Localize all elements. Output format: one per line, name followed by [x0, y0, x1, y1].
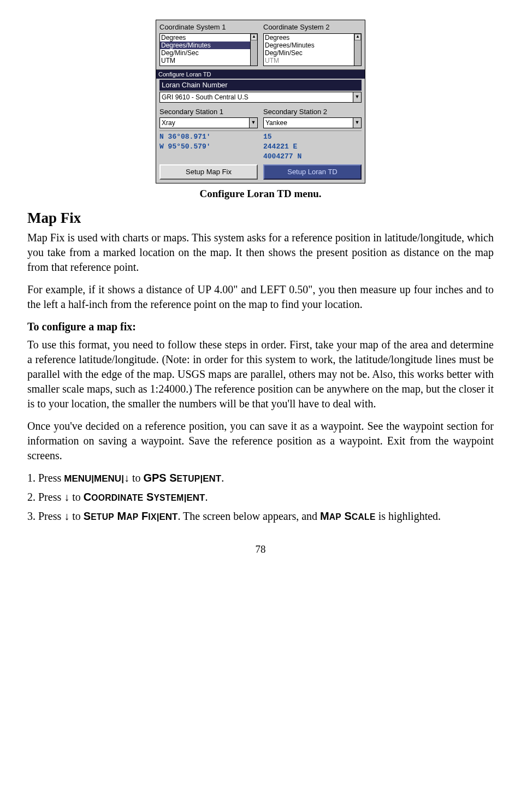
coord1-listbox[interactable]: Degrees Degrees/Minutes Deg/Min/Sec UTM …: [159, 33, 258, 66]
page-number: 78: [27, 542, 494, 556]
key-ent: ENT: [203, 473, 221, 484]
loran-panel: Configure Loran TD Loran Chain Number GR…: [156, 69, 365, 183]
step-text: 1. Press: [27, 472, 64, 484]
chevron-down-icon[interactable]: ▼: [353, 92, 361, 102]
loran-chain-label: Loran Chain Number: [159, 80, 362, 91]
step-text: is highlighted.: [376, 510, 441, 522]
list-item[interactable]: Deg/Min/Sec: [264, 49, 354, 57]
coord2-listbox[interactable]: Degrees Degrees/Minutes Deg/Min/Sec UTM …: [263, 33, 362, 66]
lat-readout: N 36°08.971': [159, 132, 258, 142]
menu-gps-setup: GPS SETUP: [143, 472, 200, 484]
step-text: 3. Press: [27, 510, 64, 522]
lon-readout: W 95°50.579': [159, 142, 258, 152]
combo-value: GRI 9610 - South Central U.S: [160, 93, 353, 102]
loran-chain-combo[interactable]: GRI 9610 - South Central U.S ▼: [159, 92, 362, 103]
list-item[interactable]: Deg/Min/Sec: [160, 49, 250, 57]
step-3: 3. Press ↓ to SETUP MAP FIX|ENT. The scr…: [27, 509, 494, 524]
coord1-label: Coordinate System 1: [159, 22, 258, 32]
combo-value: Xray: [160, 118, 249, 127]
figure-caption: Configure Loran TD menu.: [27, 187, 494, 201]
setup-map-fix-button[interactable]: Setup Map Fix: [159, 164, 258, 180]
body-paragraph: Once you've decided on a reference posit…: [27, 419, 494, 463]
combo-value: Yankee: [264, 118, 353, 127]
utm-zone: 15: [263, 132, 362, 142]
sub-heading: To configure a map fix:: [27, 319, 494, 334]
scrollbar[interactable]: ▲: [354, 34, 361, 66]
chevron-down-icon[interactable]: ▼: [353, 118, 361, 128]
key-ent: ENT: [186, 493, 205, 503]
body-paragraph: To use this format, you need to follow t…: [27, 337, 494, 411]
utm-easting: 244221 E: [263, 142, 362, 152]
scroll-up-icon[interactable]: ▲: [354, 34, 361, 40]
list-item[interactable]: Degrees: [264, 34, 354, 42]
menu-setup-map-fix: SETUP MAP FIX: [84, 510, 157, 522]
list-item[interactable]: Degrees/Minutes: [264, 42, 354, 49]
list-item[interactable]: Degrees/Minutes: [160, 42, 250, 49]
coord-system-panel: Coordinate System 1 Degrees Degrees/Minu…: [156, 20, 365, 69]
setup-loran-td-button[interactable]: Setup Loran TD: [263, 164, 362, 180]
body-paragraph: For example, if it shows a distance of U…: [27, 282, 494, 312]
menu-coordinate-system: COORDINATE SYSTEM: [84, 491, 184, 503]
key-menu: MENU: [64, 473, 91, 484]
loran-title-bar: Configure Loran TD: [156, 70, 365, 79]
sec2-label: Secondary Station 2: [263, 107, 362, 117]
utm-northing: 4004277 N: [263, 152, 362, 162]
sec2-combo[interactable]: Yankee ▼: [263, 117, 362, 128]
scroll-up-icon[interactable]: ▲: [251, 34, 257, 40]
section-heading: Map Fix: [27, 208, 494, 228]
body-paragraph: Map Fix is used with charts or maps. Thi…: [27, 230, 494, 275]
step-2: 2. Press ↓ to COORDINATE SYSTEM|ENT.: [27, 490, 494, 505]
list-item[interactable]: Degrees: [160, 34, 250, 42]
list-item[interactable]: UTM: [264, 57, 354, 64]
device-screenshot: Coordinate System 1 Degrees Degrees/Minu…: [156, 20, 365, 183]
step-text: 2. Press: [27, 491, 64, 503]
step-text: . The screen below appears, and: [177, 510, 320, 522]
key-menu: MENU: [94, 473, 121, 484]
chevron-down-icon[interactable]: ▼: [249, 118, 257, 128]
step-1: 1. Press MENU|MENU|↓ to GPS SETUP|ENT.: [27, 471, 494, 485]
coord2-label: Coordinate System 2: [263, 22, 362, 32]
list-item[interactable]: UTM: [160, 57, 250, 64]
sec1-combo[interactable]: Xray ▼: [159, 117, 258, 128]
sec1-label: Secondary Station 1: [159, 107, 258, 117]
field-map-scale: MAP SCALE: [320, 510, 376, 522]
key-ent: ENT: [159, 512, 177, 522]
scrollbar[interactable]: ▲: [250, 34, 257, 66]
